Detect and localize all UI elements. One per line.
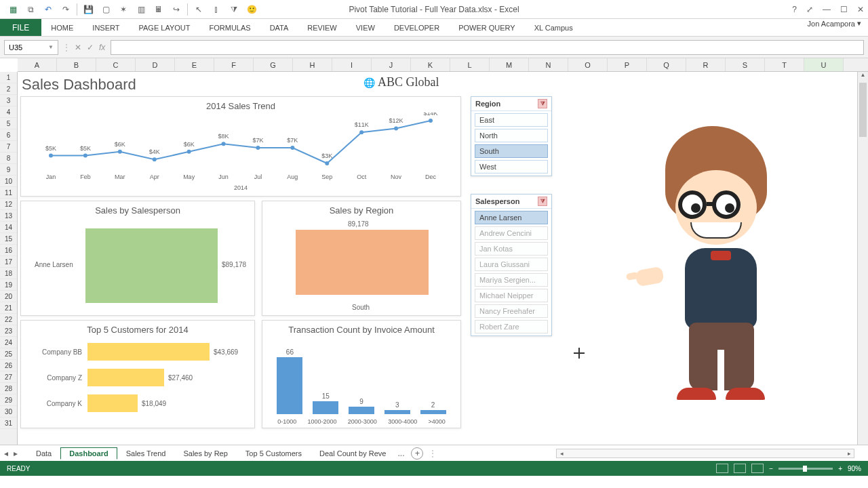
column-header[interactable]: B — [57, 58, 96, 71]
column-header[interactable]: R — [686, 58, 726, 71]
column-header[interactable]: G — [254, 58, 293, 71]
chart-top-5-customers[interactable]: Top 5 Customers for 2014 Company BB$43,6… — [20, 320, 255, 428]
save-qat-icon[interactable]: ⧉ — [24, 3, 37, 16]
row-header[interactable]: 2 — [0, 83, 17, 95]
sheet-nav-prev-icon[interactable]: ◂ — [4, 449, 8, 458]
column-header[interactable]: L — [450, 58, 490, 71]
column-header[interactable]: P — [608, 58, 647, 71]
sheet-tab[interactable]: Sales by Rep — [174, 447, 236, 460]
minimize-icon[interactable]: — — [823, 5, 831, 14]
row-header[interactable]: 7 — [0, 141, 17, 152]
calculator-icon[interactable]: 🖩 — [153, 3, 165, 16]
ribbon-tab-data[interactable]: DATA — [260, 19, 298, 36]
column-header[interactable]: E — [175, 58, 214, 71]
ribbon-tab-power-query[interactable]: POWER QUERY — [449, 19, 525, 36]
undo-icon[interactable]: ↶ — [42, 3, 54, 16]
ribbon-tab-xl-campus[interactable]: XL Campus — [525, 19, 583, 36]
confirm-formula-icon[interactable]: ✓ — [87, 43, 94, 52]
ribbon-tab-insert[interactable]: INSERT — [83, 19, 129, 36]
emoji-icon[interactable]: 🙂 — [245, 3, 258, 16]
column-header[interactable]: J — [372, 58, 411, 71]
sheet-nav-next-icon[interactable]: ▸ — [14, 449, 18, 458]
row-header[interactable]: 29 — [0, 394, 17, 406]
sheet-tab[interactable]: Top 5 Customers — [237, 447, 311, 460]
column-header[interactable]: F — [214, 58, 254, 71]
row-header[interactable]: 12 — [0, 199, 17, 210]
zoom-in-icon[interactable]: + — [838, 465, 842, 472]
slicer-item[interactable]: Laura Giussani — [475, 258, 548, 271]
ribbon-tab-home[interactable]: HOME — [41, 19, 83, 36]
column-header[interactable]: Q — [647, 58, 686, 71]
column-header[interactable]: U — [804, 58, 844, 71]
column-header[interactable]: C — [96, 58, 136, 71]
row-header[interactable]: 23 — [0, 325, 17, 337]
column-header[interactable]: S — [726, 58, 765, 71]
file-tab[interactable]: FILE — [0, 19, 41, 36]
row-header[interactable]: 13 — [0, 210, 17, 222]
zoom-out-icon[interactable]: − — [769, 465, 773, 472]
redo-icon[interactable]: ↷ — [60, 3, 72, 16]
column-header[interactable]: T — [765, 58, 804, 71]
clear-filter-icon[interactable]: ⧩ — [538, 99, 547, 108]
slicer-item[interactable]: West — [475, 160, 548, 174]
worksheet-canvas[interactable]: Sales Dashboard ABC Global 2014 Sales Tr… — [18, 72, 868, 445]
chart-sales-by-region[interactable]: Sales by Region 89,178 South — [262, 201, 461, 316]
share-icon[interactable]: ↪ — [170, 3, 182, 16]
view-page-break-icon[interactable] — [751, 464, 764, 473]
close-icon[interactable]: ✕ — [857, 5, 864, 14]
column-header[interactable]: K — [411, 58, 450, 71]
sheet-tab[interactable]: Deal Count by Reve — [311, 447, 395, 460]
row-header[interactable]: 10 — [0, 176, 17, 187]
column-header[interactable]: I — [332, 58, 372, 71]
ribbon-tab-view[interactable]: VIEW — [347, 19, 384, 36]
slicer-region[interactable]: Region ⧩ EastNorthSouthWest — [471, 96, 552, 176]
sheet-overflow[interactable]: ... — [395, 449, 407, 458]
slicer-item[interactable]: East — [475, 113, 548, 127]
slicer-item[interactable]: Jan Kotas — [475, 242, 548, 256]
row-header[interactable]: 31 — [0, 418, 17, 429]
row-header[interactable]: 27 — [0, 371, 17, 383]
cancel-formula-icon[interactable]: ✕ — [75, 43, 81, 52]
row-header[interactable]: 18 — [0, 268, 17, 279]
fx-icon[interactable]: fx — [99, 43, 105, 52]
slicer-item[interactable]: South — [475, 144, 548, 158]
sheet-tab[interactable]: Dashboard — [60, 447, 117, 460]
signed-in-user[interactable]: Jon Acampora ▾ — [808, 19, 861, 28]
slicer-item[interactable]: Michael Neipper — [475, 289, 548, 302]
row-header[interactable]: 9 — [0, 164, 17, 176]
sheet-tab[interactable]: Sales Trend — [117, 447, 175, 460]
slicer-item[interactable]: Andrew Cencini — [475, 226, 548, 240]
slicer-item[interactable]: Mariya Sergien... — [475, 273, 548, 287]
row-header[interactable]: 11 — [0, 187, 17, 199]
row-header[interactable]: 26 — [0, 360, 17, 371]
sheet-tab[interactable]: Data — [27, 447, 60, 460]
row-header[interactable]: 15 — [0, 233, 17, 245]
row-header[interactable]: 16 — [0, 245, 17, 256]
row-header[interactable]: 20 — [0, 291, 17, 302]
pointer-icon[interactable]: ↖ — [193, 3, 205, 16]
column-header[interactable]: A — [18, 58, 57, 71]
ribbon-tab-formulas[interactable]: FORMULAS — [200, 19, 260, 36]
qat-tool-icon[interactable]: ✶ — [117, 3, 130, 16]
horizontal-scrollbar[interactable]: ◂▸ — [556, 449, 854, 458]
new-doc-icon[interactable]: ▢ — [100, 3, 112, 16]
column-header[interactable]: D — [136, 58, 175, 71]
zoom-percent[interactable]: 90% — [848, 465, 861, 472]
ribbon-tab-page-layout[interactable]: PAGE LAYOUT — [129, 19, 199, 36]
clear-filter-icon[interactable]: ⧩ — [538, 197, 547, 206]
chart-sales-trend[interactable]: 2014 Sales Trend $5K$5K$6K$4K$6K$8K$7K$7… — [20, 96, 461, 197]
view-page-layout-icon[interactable] — [734, 464, 746, 473]
chart-transaction-count[interactable]: Transaction Count by Invoice Amount 6615… — [262, 320, 461, 428]
slicer-item[interactable]: Nancy Freehafer — [475, 304, 548, 318]
view-normal-icon[interactable] — [716, 464, 728, 473]
column-header[interactable]: H — [293, 58, 332, 71]
row-header[interactable]: 24 — [0, 337, 17, 348]
zoom-slider[interactable] — [778, 468, 833, 470]
column-header[interactable]: O — [568, 58, 608, 71]
sort-icon[interactable]: ⫿ — [210, 3, 222, 16]
new-sheet-button[interactable]: + — [411, 447, 423, 460]
row-header[interactable]: 19 — [0, 279, 17, 291]
vertical-scrollbar[interactable]: ▲ — [857, 72, 868, 458]
ribbon-tab-review[interactable]: REVIEW — [298, 19, 346, 36]
qat-tool2-icon[interactable]: ▥ — [135, 3, 147, 16]
